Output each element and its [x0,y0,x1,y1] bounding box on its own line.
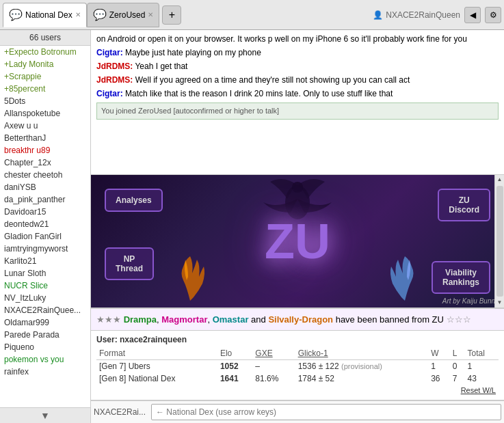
tab-national-dex-label: National Dex [25,10,72,20]
logged-in-username: NXACE2RainQueen [386,10,460,20]
user-list-item[interactable]: +85percent [0,83,90,95]
row2-l: 7 [450,372,465,385]
chat-messages: on Android or open it on your browser. I… [91,30,504,175]
user-list-item[interactable]: breakthr u89 [0,144,90,156]
settings-button[interactable]: ⚙ [485,7,501,23]
zu-logo: ZU [265,213,330,269]
chat-msg-3: Well if you agreed on a time and they're… [135,75,410,85]
col-gxe: GXE [252,347,295,360]
user-list-item[interactable]: Piqueno [0,341,90,353]
user-list-item[interactable]: Axew u u [0,120,90,132]
chat-msg-2: Yeah I get that [135,62,187,71]
chat-icon-2: 💬 [93,8,107,21]
row1-gxe: – [252,360,295,373]
back-button[interactable]: ◀ [464,7,481,23]
stats-header-row: Format Elo GXE Glicko-1 W L Total [96,347,499,360]
input-area: NXACE2Rai... [91,400,504,423]
user-list: +Expecto Botronum+Lady Monita+Scrappie+8… [0,46,90,407]
user-list-item[interactable]: +Scrappie [0,70,90,83]
np-thread-button[interactable]: NPThread [105,247,154,280]
scroll-thumb[interactable] [496,186,503,297]
col-total: Total [465,347,499,360]
banned-magmortar: Magmortar [161,314,207,325]
tab-zero-used[interactable]: 💬 ZeroUsed ✕ [87,3,160,27]
ban-text: have been banned from ZU [336,314,447,325]
stats-row-2: [Gen 8] National Dex 1641 81.6% 1784 ± 5… [96,372,499,385]
user-list-item[interactable]: deontedw21 [0,218,90,230]
user-list-item[interactable]: NUCR Slice [0,279,90,292]
add-tab-button[interactable]: + [162,5,181,25]
tab-close-zero-used[interactable]: ✕ [148,11,153,18]
tab-zero-used-label: ZeroUsed [109,10,146,20]
col-w: W [428,347,450,360]
chat-input[interactable] [151,404,501,420]
user-list-item[interactable]: Lunar Sloth [0,267,90,279]
user-list-item[interactable]: Oldamar999 [0,316,90,329]
chat-line-4: Cigtar: Match like that is the reason I … [96,87,499,100]
user-icon: 👤 [373,10,383,20]
row2-format: [Gen 8] National Dex [96,372,217,385]
analyses-button[interactable]: Analyses [105,189,163,212]
user-list-item[interactable]: daniYSB [0,181,90,193]
stats-label-prefix: User: [96,335,120,344]
comma-2: , [207,314,212,325]
stats-user-header: User: nxace2rainqueen [96,335,499,344]
row2-elo: 1641 [217,372,252,385]
row2-glicko: 1784 ± 52 [295,372,428,385]
user-list-item[interactable]: iamtryingmyworst [0,243,90,255]
row1-l: 0 [450,360,465,373]
banner-scrollbar[interactable]: ▲ ▼ [494,175,504,308]
row1-glicko-note: (provisional) [341,362,382,370]
user-list-item[interactable]: NV_ItzLuky [0,292,90,304]
row2-gxe: 81.6% [252,372,295,385]
user-count: 66 users [0,30,90,46]
user-list-item[interactable]: da_pink_panther [0,193,90,206]
row1-w: 1 [428,360,450,373]
banned-drampa: Drampa [124,314,157,325]
chat-icon: 💬 [9,8,23,21]
user-list-item[interactable]: Allanspoketube [0,107,90,120]
row1-elo: 1052 [217,360,252,373]
user-list-item[interactable]: Gladion FanGirl [0,230,90,243]
row1-format: [Gen 7] Ubers [96,360,217,373]
zu-discord-button[interactable]: ZUDiscord [438,189,490,221]
zu-discord-label: ZUDiscord [449,195,479,215]
row1-glicko: 1536 ± 122 (provisional) [295,360,428,373]
user-list-item[interactable]: Karlito21 [0,255,90,267]
ban-and: and [251,314,268,325]
user-list-item[interactable]: +Lady Monita [0,58,90,70]
viability-rankings-button[interactable]: ViabilityRankings [432,261,490,294]
user-list-item[interactable]: BetterthanJ [0,132,90,144]
user-list-item[interactable]: 5Dots [0,95,90,107]
top-bar: 💬 National Dex ✕ 💬 ZeroUsed ✕ + 👤 NXACE2… [0,0,504,30]
chat-msg-1: Maybe just hate playing on my phone [125,48,261,57]
tab-close-national-dex[interactable]: ✕ [75,11,81,18]
join-notice: You joined ZeroUsed [autoconfirmed or hi… [96,103,499,120]
col-elo: Elo [217,347,252,360]
user-list-item[interactable]: +Expecto Botronum [0,46,90,58]
chat-user-jdrdms: JdRDMS: [96,62,133,71]
reset-wl-link[interactable]: Reset W/L [96,385,499,396]
chat-area: on Android or open it on your browser. I… [91,30,504,423]
user-list-item[interactable]: NXACE2RainQuee... [0,304,90,316]
chat-line-system: on Android or open it on your browser. I… [96,33,499,45]
star-icons: ★★★ [96,314,124,325]
scroll-down-arrow[interactable]: ▼ [495,298,505,308]
user-list-item[interactable]: chester cheetoh [0,169,90,181]
user-list-item[interactable]: Davidoar15 [0,206,90,218]
user-list-item[interactable]: rainfex [0,366,90,378]
art-credit: Art by Kaiju Bunny [442,297,499,305]
hand-right-icon [388,246,422,301]
chat-user-cigtar-2: Cigtar: [96,89,123,98]
chat-username-label: NXACE2Rai... [94,407,148,417]
sidebar-scroll-down[interactable]: ▼ [0,407,90,423]
user-list-item[interactable]: Parede Parada [0,329,90,341]
user-list-item[interactable]: pokemon vs you [0,353,90,366]
tab-national-dex[interactable]: 💬 National Dex ✕ [3,3,87,27]
chat-line-2: JdRDMS: Yeah I get that [96,60,499,72]
chat-user-cigtar: Cigtar: [96,48,123,57]
scroll-up-arrow[interactable]: ▲ [495,175,505,185]
row2-w: 36 [428,372,450,385]
star-icons-end: ☆☆☆ [447,314,471,325]
user-list-item[interactable]: Chapter_12x [0,156,90,169]
